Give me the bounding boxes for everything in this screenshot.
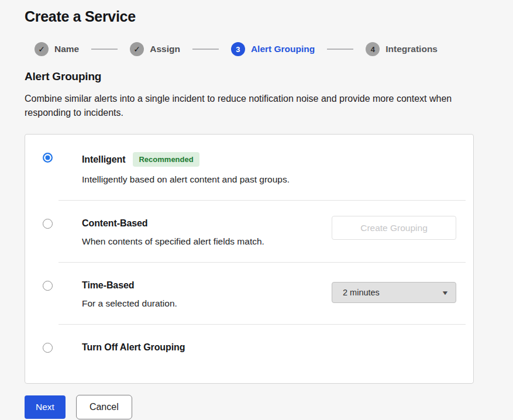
option-title: Turn Off Alert Grouping: [82, 342, 185, 353]
option-description: When contents of specified alert fields …: [82, 236, 264, 247]
step-connector: [327, 49, 353, 50]
step-label: Integrations: [385, 44, 438, 54]
step-label: Name: [54, 44, 79, 54]
step-alert-grouping[interactable]: 3 Alert Grouping: [231, 42, 315, 56]
section-heading: Alert Grouping: [25, 70, 488, 83]
wizard-stepper: ✓ Name ✓ Assign 3 Alert Grouping 4 Integ…: [35, 42, 488, 56]
create-service-page: Create a Service ✓ Name ✓ Assign 3 Alert…: [0, 0, 513, 419]
radio-content-based[interactable]: [43, 219, 53, 229]
check-icon: ✓: [130, 42, 144, 56]
option-title: Time-Based: [82, 280, 134, 291]
step-name[interactable]: ✓ Name: [35, 42, 79, 56]
alert-grouping-options-card: Intelligent Recommended Intelligently ba…: [25, 134, 474, 384]
radio-turn-off[interactable]: [43, 343, 53, 353]
option-title-row: Content-Based: [82, 218, 264, 229]
option-body: Intelligent Recommended Intelligently ba…: [82, 152, 290, 185]
cancel-button[interactable]: Cancel: [76, 395, 132, 419]
option-description: For a selected duration.: [82, 298, 177, 309]
option-body: Time-Based For a selected duration.: [82, 280, 177, 309]
step-connector: [91, 49, 118, 50]
step-integrations[interactable]: 4 Integrations: [366, 42, 438, 56]
check-icon: ✓: [35, 42, 49, 56]
option-title-row: Intelligent Recommended: [82, 152, 290, 167]
option-description: Intelligently based on alert content and…: [82, 174, 290, 185]
option-row-intelligent: Intelligent Recommended Intelligently ba…: [25, 135, 473, 200]
step-number-badge: 3: [231, 42, 245, 56]
next-button[interactable]: Next: [25, 395, 66, 419]
step-label: Assign: [150, 44, 180, 54]
option-title: Intelligent: [82, 154, 125, 165]
option-title-row: Time-Based: [82, 280, 177, 291]
option-row-time-based: Time-Based For a selected duration. 2 mi…: [25, 263, 473, 324]
wizard-footer: Next Cancel: [25, 395, 488, 419]
step-connector: [192, 49, 219, 50]
radio-time-based[interactable]: [43, 281, 53, 291]
create-grouping-button[interactable]: Create Grouping: [332, 216, 456, 240]
option-title: Content-Based: [82, 218, 147, 229]
option-body: Turn Off Alert Grouping: [82, 342, 185, 353]
section-description: Combine similar alerts into a single inc…: [25, 92, 488, 120]
option-row-turn-off: Turn Off Alert Grouping: [25, 325, 473, 383]
recommended-badge: Recommended: [133, 152, 199, 167]
duration-select[interactable]: 2 minutes ▼: [332, 282, 456, 303]
option-body: Content-Based When contents of specified…: [82, 218, 264, 247]
option-title-row: Turn Off Alert Grouping: [82, 342, 185, 353]
step-number-badge: 4: [366, 42, 380, 56]
radio-intelligent[interactable]: [43, 153, 53, 163]
step-assign[interactable]: ✓ Assign: [130, 42, 180, 56]
chevron-down-icon: ▼: [441, 290, 449, 296]
duration-select-value: 2 minutes: [343, 288, 380, 297]
option-row-content-based: Content-Based When contents of specified…: [25, 201, 473, 262]
page-title: Create a Service: [25, 8, 488, 25]
step-label: Alert Grouping: [251, 44, 315, 54]
